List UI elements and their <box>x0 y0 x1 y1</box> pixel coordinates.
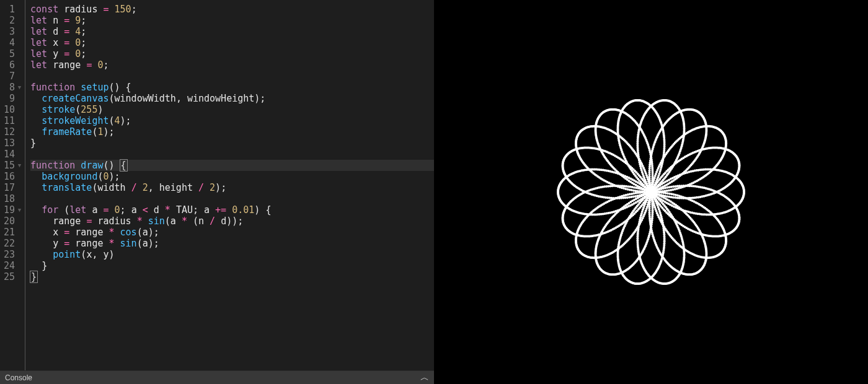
line-number: 15▼ <box>4 160 21 171</box>
line-number: 25 <box>4 271 21 282</box>
line-number: 17 <box>4 182 21 193</box>
line-number: 16 <box>4 171 21 182</box>
console-label: Console <box>5 373 32 382</box>
line-number: 24 <box>4 260 21 271</box>
editor-pane: 12345678▼9101112131415▼16171819▼20212223… <box>0 0 434 384</box>
line-number-gutter[interactable]: 12345678▼9101112131415▼16171819▼20212223… <box>0 0 25 370</box>
code-line[interactable]: const radius = 150; <box>30 4 434 15</box>
preview-pane <box>434 0 868 384</box>
line-number: 1 <box>4 4 21 15</box>
code-editor[interactable]: const radius = 150;let n = 9;let d = 4;l… <box>25 0 434 370</box>
code-line[interactable]: x = range * cos(a); <box>30 227 434 238</box>
fold-marker-icon[interactable]: ▼ <box>16 82 21 93</box>
line-number: 4 <box>4 37 21 48</box>
code-line[interactable]: } <box>30 260 434 271</box>
code-line[interactable]: for (let a = 0; a < d * TAU; a += 0.01) … <box>30 204 434 216</box>
fold-marker-icon[interactable]: ▼ <box>16 160 21 171</box>
code-line[interactable]: let x = 0; <box>30 37 434 48</box>
code-line[interactable]: y = range * sin(a); <box>30 238 434 249</box>
code-line[interactable]: stroke(255) <box>30 104 434 115</box>
line-number: 23 <box>4 249 21 260</box>
chevron-up-icon[interactable]: ︿ <box>420 372 429 383</box>
line-number: 10 <box>4 104 21 115</box>
line-number: 22 <box>4 238 21 249</box>
line-number: 19▼ <box>4 204 21 216</box>
code-line[interactable]: let n = 9; <box>30 15 434 26</box>
code-line[interactable]: point(x, y) <box>30 249 434 260</box>
code-line[interactable]: let y = 0; <box>30 48 434 59</box>
code-line[interactable]: createCanvas(windowWidth, windowHeight); <box>30 93 434 104</box>
line-number: 14 <box>4 149 21 160</box>
line-number: 2 <box>4 15 21 26</box>
code-line[interactable]: function setup() { <box>30 82 434 93</box>
app-root: 12345678▼9101112131415▼16171819▼20212223… <box>0 0 868 384</box>
code-line[interactable] <box>30 149 434 160</box>
line-number: 6 <box>4 59 21 71</box>
code-line[interactable] <box>30 71 434 82</box>
sketch-canvas <box>434 0 868 384</box>
line-number: 3 <box>4 26 21 37</box>
code-line[interactable]: translate(width / 2, height / 2); <box>30 182 434 193</box>
code-line[interactable]: strokeWeight(4); <box>30 115 434 126</box>
line-number: 20 <box>4 216 21 227</box>
line-number: 5 <box>4 48 21 59</box>
code-line[interactable]: function draw() { <box>30 160 434 171</box>
line-number: 21 <box>4 227 21 238</box>
line-number: 9 <box>4 93 21 104</box>
line-number: 8▼ <box>4 82 21 93</box>
code-line[interactable]: } <box>30 271 434 282</box>
code-line[interactable]: let d = 4; <box>30 26 434 37</box>
code-line[interactable]: let range = 0; <box>30 59 434 71</box>
line-number: 12 <box>4 126 21 137</box>
line-number: 7 <box>4 71 21 82</box>
code-line[interactable] <box>30 193 434 204</box>
line-number: 13 <box>4 137 21 149</box>
code-line[interactable]: background(0); <box>30 171 434 182</box>
code-line[interactable]: range = radius * sin(a * (n / d)); <box>30 216 434 227</box>
code-line[interactable]: } <box>30 137 434 149</box>
fold-marker-icon[interactable]: ▼ <box>16 204 21 216</box>
code-line[interactable]: frameRate(1); <box>30 126 434 137</box>
line-number: 11 <box>4 115 21 126</box>
code-area: 12345678▼9101112131415▼16171819▼20212223… <box>0 0 434 370</box>
console-bar[interactable]: Console ︿ <box>0 370 434 384</box>
line-number: 18 <box>4 193 21 204</box>
